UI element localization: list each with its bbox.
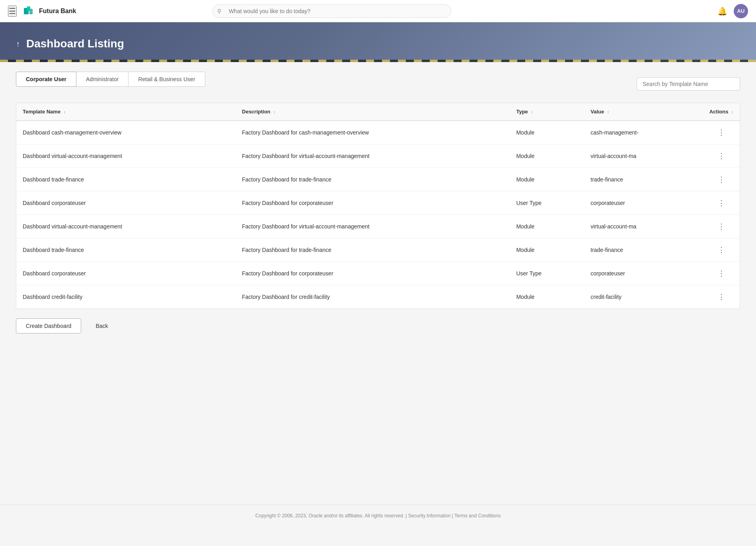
row-actions-menu-button[interactable]: ⋮ <box>715 291 728 303</box>
row-actions-menu-button[interactable]: ⋮ <box>715 150 728 162</box>
col-header-actions[interactable]: Actions ↕ <box>703 103 740 121</box>
footer-security-info-link[interactable]: Security Information <box>408 513 451 519</box>
row-actions-menu-button[interactable]: ⋮ <box>715 267 728 279</box>
cell-type: Module <box>510 144 584 168</box>
row-actions-menu-button[interactable]: ⋮ <box>715 174 728 185</box>
cell-value: corporateuser <box>584 262 703 285</box>
dashboard-table-wrapper: Template Name ↕ Description ↕ Type ↕ V <box>16 103 740 309</box>
hamburger-menu[interactable]: ☰ <box>8 6 17 17</box>
page-title: Dashboard Listing <box>26 37 124 50</box>
tab-administrator[interactable]: Administrator <box>76 72 129 87</box>
table-row: Dashboard corporateuserFactory Dashboard… <box>16 262 740 285</box>
cell-description: Factory Dashboard for corporateuser <box>236 262 510 285</box>
cell-type: User Type <box>510 191 584 215</box>
cell-template-name: Dashboard corporateuser <box>16 191 236 215</box>
avatar[interactable]: AU <box>734 4 748 18</box>
futura-bank-logo-icon <box>23 5 36 18</box>
cell-type: Module <box>510 215 584 238</box>
cell-template-name: Dashboard trade-finance <box>16 238 236 262</box>
dashboard-table: Template Name ↕ Description ↕ Type ↕ V <box>16 103 740 308</box>
cell-template-name: Dashboard cash-management-overview <box>16 121 236 144</box>
cell-value: credit-facility <box>584 285 703 309</box>
cell-type: User Type <box>510 262 584 285</box>
table-row: Dashboard trade-financeFactory Dashboard… <box>16 168 740 191</box>
svg-rect-2 <box>29 9 33 14</box>
row-actions-menu-button[interactable]: ⋮ <box>715 220 728 232</box>
cell-value: trade-finance <box>584 238 703 262</box>
cell-description: Factory Dashboard for trade-finance <box>236 238 510 262</box>
row-actions-menu-button[interactable]: ⋮ <box>715 244 728 256</box>
table-row: Dashboard trade-financeFactory Dashboard… <box>16 238 740 262</box>
cell-description: Factory Dashboard for trade-finance <box>236 168 510 191</box>
page-header-banner: ↑ Dashboard Listing <box>0 22 756 62</box>
table-header: Template Name ↕ Description ↕ Type ↕ V <box>16 103 740 121</box>
tab-retail-business-user[interactable]: Retail & Business User <box>129 72 205 87</box>
footer-terms-link[interactable]: Terms and Conditions <box>454 513 501 519</box>
col-header-type[interactable]: Type ↕ <box>510 103 584 121</box>
table-row: Dashboard virtual-account-managementFact… <box>16 144 740 168</box>
col-header-template-name[interactable]: Template Name ↕ <box>16 103 236 121</box>
create-dashboard-button[interactable]: Create Dashboard <box>16 318 81 333</box>
main-content: Corporate User Administrator Retail & Bu… <box>0 62 756 505</box>
cell-description: Factory Dashboard for credit-facility <box>236 285 510 309</box>
sort-icon-template-name: ↕ <box>64 110 66 114</box>
cell-value: virtual-account-ma <box>584 215 703 238</box>
cell-template-name: Dashboard virtual-account-management <box>16 215 236 238</box>
global-search: ⚲ <box>212 4 451 18</box>
cell-actions: ⋮ <box>703 191 740 215</box>
cell-actions: ⋮ <box>703 168 740 191</box>
cell-value: corporateuser <box>584 191 703 215</box>
row-actions-menu-button[interactable]: ⋮ <box>715 197 728 209</box>
notification-bell-icon[interactable]: 🔔 <box>717 6 727 16</box>
table-scroll-area[interactable]: Template Name ↕ Description ↕ Type ↕ V <box>16 103 740 308</box>
app-logo: Futura Bank <box>23 5 76 18</box>
table-row: Dashboard virtual-account-managementFact… <box>16 215 740 238</box>
cell-value: trade-finance <box>584 168 703 191</box>
top-nav-right: 🔔 AU <box>717 4 748 18</box>
cell-actions: ⋮ <box>703 285 740 309</box>
template-search-input[interactable] <box>637 77 740 91</box>
cell-template-name: Dashboard virtual-account-management <box>16 144 236 168</box>
user-type-tabs: Corporate User Administrator Retail & Bu… <box>16 72 205 87</box>
global-search-icon: ⚲ <box>217 8 221 14</box>
cell-description: Factory Dashboard for cash-management-ov… <box>236 121 510 144</box>
row-actions-menu-button[interactable]: ⋮ <box>715 127 728 138</box>
template-search-wrapper <box>637 77 740 91</box>
table-row: Dashboard cash-management-overviewFactor… <box>16 121 740 144</box>
cell-actions: ⋮ <box>703 121 740 144</box>
cell-value: virtual-account-ma <box>584 144 703 168</box>
footer-separator-2: | <box>452 513 453 519</box>
cell-type: Module <box>510 238 584 262</box>
cell-description: Factory Dashboard for corporateuser <box>236 191 510 215</box>
sort-icon-value: ↕ <box>607 110 609 114</box>
cell-actions: ⋮ <box>703 215 740 238</box>
cell-actions: ⋮ <box>703 144 740 168</box>
back-arrow-icon[interactable]: ↑ <box>16 39 20 49</box>
footer-copyright: Copyright © 2006, 2023, Oracle and/or it… <box>255 513 404 519</box>
tabs-and-search-bar: Corporate User Administrator Retail & Bu… <box>16 72 740 96</box>
cell-description: Factory Dashboard for virtual-account-ma… <box>236 215 510 238</box>
cell-type: Module <box>510 285 584 309</box>
footer-separator-1: | <box>405 513 407 519</box>
sort-icon-type: ↕ <box>531 110 533 114</box>
cell-template-name: Dashboard credit-facility <box>16 285 236 309</box>
cell-value: cash-management- <box>584 121 703 144</box>
cell-type: Module <box>510 168 584 191</box>
sort-icon-actions: ↕ <box>731 110 733 114</box>
top-navigation: ☰ Futura Bank ⚲ 🔔 AU <box>0 0 756 22</box>
cell-template-name: Dashboard trade-finance <box>16 168 236 191</box>
cell-type: Module <box>510 121 584 144</box>
page-footer: Copyright © 2006, 2023, Oracle and/or it… <box>0 505 756 526</box>
global-search-input[interactable] <box>212 4 451 18</box>
cell-actions: ⋮ <box>703 262 740 285</box>
action-buttons-bar: Create Dashboard Back <box>16 318 740 333</box>
table-row: Dashboard credit-facilityFactory Dashboa… <box>16 285 740 309</box>
cell-template-name: Dashboard corporateuser <box>16 262 236 285</box>
col-header-value[interactable]: Value ↕ <box>584 103 703 121</box>
col-header-description[interactable]: Description ↕ <box>236 103 510 121</box>
sort-icon-description: ↕ <box>273 110 275 114</box>
cell-description: Factory Dashboard for virtual-account-ma… <box>236 144 510 168</box>
back-button[interactable]: Back <box>86 318 117 333</box>
tab-corporate-user[interactable]: Corporate User <box>16 72 76 87</box>
cell-actions: ⋮ <box>703 238 740 262</box>
